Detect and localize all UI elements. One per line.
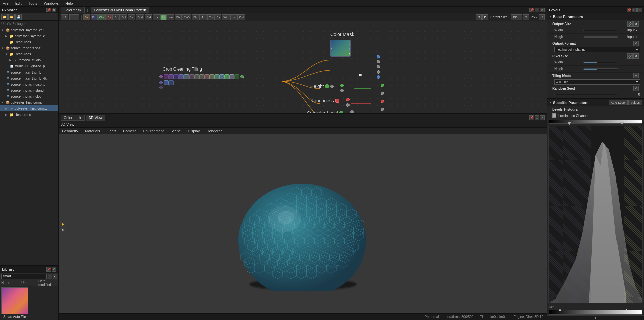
levels-max-btn[interactable]: □ [632, 8, 637, 12]
hist-slider-left[interactable] [568, 122, 571, 125]
tiling-mode-reset-btn[interactable]: ↺ [633, 73, 639, 78]
node-editor-max-btn[interactable]: □ [535, 8, 539, 12]
levels-expand-btn[interactable]: ▲ [547, 315, 644, 320]
explorer-new-btn[interactable]: 📁 [1, 14, 8, 20]
tex-btn-inc[interactable]: Inc [230, 14, 237, 20]
mini-node-6[interactable] [189, 74, 194, 79]
view-size-btn[interactable]: ◩ [482, 14, 488, 20]
tex-btn-trx[interactable]: Trx [207, 14, 214, 20]
library-search-input[interactable] [1, 274, 47, 279]
library-close-btn[interactable]: ✕ [52, 267, 56, 272]
histogram-area[interactable] [548, 126, 643, 303]
tree-item-pkg3[interactable]: ▼ 📦 polyester_knit_coma_patt... [0, 99, 58, 105]
tree-item-pkg1-res[interactable]: 📁 Resources [0, 39, 58, 45]
3d-max-btn[interactable]: □ [535, 115, 539, 120]
tex-btn-pxm[interactable]: PxM [136, 14, 144, 20]
thumbnail-smart-auto-tile[interactable] [1, 287, 28, 314]
explorer-save-btn[interactable]: 💾 [15, 14, 22, 20]
tex-btn-hsl[interactable]: Hsl [153, 14, 160, 20]
mini-node-11[interactable] [214, 74, 219, 79]
parent-size-value-btn[interactable]: 256 [511, 14, 522, 20]
library-pin-btn[interactable]: 📌 [46, 267, 51, 272]
tree-item-pkg2-sub1[interactable]: ▼ 📁 Resources [0, 51, 58, 57]
explorer-close-btn[interactable]: ✕ [52, 8, 56, 12]
menu-materials[interactable]: Materials [84, 129, 101, 133]
3d-pin-btn[interactable]: 📌 [529, 115, 534, 120]
tex-btn-shp[interactable]: Shp [192, 14, 200, 20]
values-button[interactable]: Values [628, 100, 642, 105]
tex-btn-dbl[interactable]: Dbl [120, 14, 127, 20]
output-height-slider[interactable] [583, 36, 618, 38]
random-seed-slider[interactable] [554, 94, 618, 95]
hist-slider-right[interactable] [620, 122, 624, 125]
tex-btn-cir[interactable]: Cir [106, 14, 113, 20]
tex-btn-bsl[interactable]: Bsl [83, 14, 90, 20]
tex-btn-pix[interactable]: Pix [175, 14, 182, 20]
tex-btn-chs[interactable]: Chs [97, 14, 105, 20]
base-params-header[interactable]: ▼ Base Parameters [547, 13, 644, 20]
output-format-reset-btn[interactable]: ↺ [633, 41, 639, 46]
tiling-mode-dropdown[interactable]: W+H Tile ▼ [554, 79, 640, 85]
view-mode-btn[interactable]: ⊡ [476, 14, 482, 20]
library-star-btn[interactable]: ★ [53, 274, 57, 279]
auto-level-button[interactable]: Auto Level [609, 100, 628, 105]
library-filter-btn[interactable]: ☰ [48, 274, 52, 279]
menu-edit[interactable]: Edit [14, 1, 23, 6]
pixel-size-link-btn[interactable]: 🔗 [627, 53, 633, 59]
output-size-link-btn[interactable]: 🔗 [627, 21, 633, 27]
tree-item-pkg3-sub1[interactable]: ▶ ◆ polyester_knit_coma_patt... [0, 105, 58, 111]
mini-node-1[interactable] [164, 74, 169, 79]
output-size-reset-btn[interactable]: ↺ [633, 21, 639, 27]
tree-item-tomoco[interactable]: ▶ • tomoco_studio [0, 57, 58, 63]
tree-item-source2[interactable]: 🖼 source_main_thumb_4k [0, 75, 58, 81]
size-refresh-btn[interactable]: ↺ [539, 14, 545, 20]
mini-node-8[interactable] [199, 74, 204, 79]
tree-item-pkg1[interactable]: ▼ 📦 polyester_layered_cell_me... [0, 27, 58, 33]
menu-scene[interactable]: Scene [169, 129, 182, 133]
menu-lights[interactable]: Lights [105, 129, 118, 133]
explorer-open-btn[interactable]: 📂 [8, 14, 15, 20]
side-tool-rotate[interactable]: ↻ [60, 228, 65, 233]
tex-btn-dst[interactable]: Dst [128, 14, 135, 20]
explorer-pin-btn[interactable]: 📌 [46, 8, 51, 12]
menu-environment[interactable]: Environment [142, 129, 165, 133]
mini-node2-1[interactable] [164, 80, 169, 85]
mini-node-3[interactable] [174, 74, 179, 79]
tree-item-pkg3-res[interactable]: ▶ 📁 Resources [0, 111, 58, 118]
tree-item-pkg1-sub[interactable]: ▶ 📁 polyester_layered_cell_m... [0, 33, 58, 39]
node-editor-close-btn[interactable]: ✕ [540, 8, 545, 12]
mini-node-13[interactable] [224, 74, 229, 79]
tex-btn-cs[interactable]: Cs [215, 14, 222, 20]
tex-btn-grd[interactable]: Grd [145, 14, 152, 20]
tex-btn-db[interactable]: Db [113, 14, 120, 20]
tree-item-source3[interactable]: 🖼 source_triptych_displ... [0, 81, 58, 87]
tex-btn-txt[interactable]: Txt [200, 14, 207, 20]
3d-close-btn[interactable]: ✕ [540, 115, 545, 120]
output-width-slider[interactable] [583, 30, 618, 31]
parent-size-unit-btn[interactable]: ▼ [523, 14, 529, 20]
mini-node-5[interactable] [184, 74, 189, 79]
tab-colormask[interactable]: Colormask [61, 7, 85, 13]
mini-node-12[interactable] [219, 74, 224, 79]
tex-btn-svg[interactable]: SVG [182, 14, 191, 20]
tab-3d-view[interactable]: 3D View [86, 115, 106, 121]
tree-item-pkg2[interactable]: ▼ 📦 source_renders.sbs* [0, 45, 58, 51]
mini-node-14[interactable] [229, 74, 234, 79]
tex-btn-nm[interactable]: Nm [167, 14, 174, 20]
zoom-fit-btn[interactable]: 1:1 [61, 14, 68, 20]
tree-item-source4[interactable]: 🖼 source_triptych_stand... [0, 87, 58, 93]
mini-node-4[interactable] [179, 74, 184, 79]
menu-display[interactable]: Display [186, 129, 201, 133]
pixel-width-slider[interactable] [583, 62, 618, 63]
tex-btn-lv[interactable]: Lv [160, 14, 166, 20]
menu-windows[interactable]: Windows [42, 1, 60, 6]
mini-node-15[interactable] [234, 74, 239, 79]
view-3d-content[interactable]: ✋ ↻ [59, 134, 547, 320]
menu-geometry[interactable]: Geometry [61, 129, 79, 133]
mini-node2-2[interactable] [169, 80, 174, 85]
menu-renderer[interactable]: Renderer [205, 129, 223, 133]
tex-btn-wtp[interactable]: Wtp [222, 14, 230, 20]
mini-node-2[interactable] [169, 74, 174, 79]
library-thumbnail-item[interactable]: Smart Auto Tile [1, 287, 28, 319]
bottom-slider-left[interactable] [558, 309, 562, 311]
